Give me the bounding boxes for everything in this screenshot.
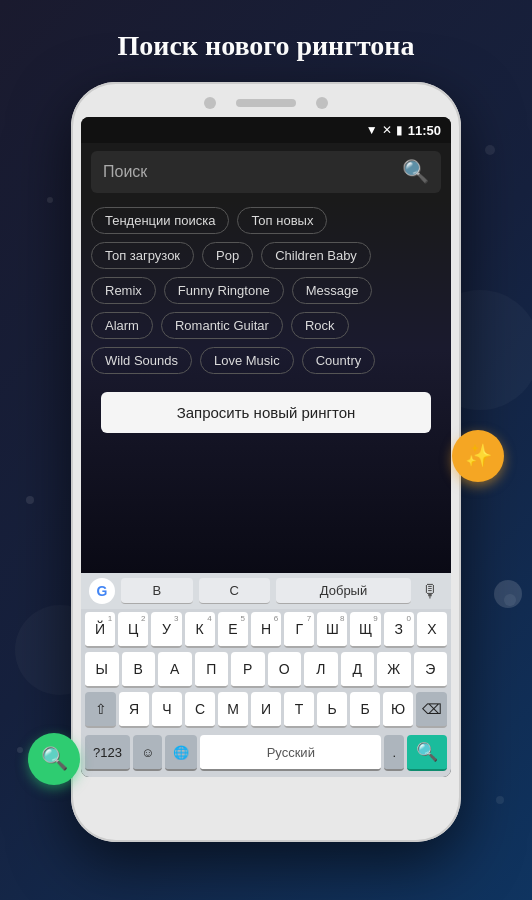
phone-camera — [204, 97, 216, 109]
kb-key-ш[interactable]: 8Ш — [317, 612, 347, 648]
tags-row-5: Wild Sounds Love Music Country — [91, 347, 441, 374]
tag-alarm[interactable]: Alarm — [91, 312, 153, 339]
bottom-search-icon: 🔍 — [41, 746, 68, 772]
status-icons: ▼ ✕ ▮ — [366, 123, 403, 137]
kb-suggestion-2[interactable]: С — [199, 578, 271, 604]
kb-key-п[interactable]: П — [195, 652, 229, 688]
keyboard[interactable]: G В С Добрый 🎙 1Й 2Ц 3У 4К 5Е 6Н 7Г 8Ш 9… — [81, 573, 451, 777]
status-bar: ▼ ✕ ▮ 11:50 — [81, 117, 451, 143]
kb-backspace-key[interactable]: ⌫ — [416, 692, 447, 728]
tags-row-1: Тенденции поиска Топ новых — [91, 207, 441, 234]
kb-suggestion-1[interactable]: В — [121, 578, 193, 604]
kb-key-г[interactable]: 7Г — [284, 612, 314, 648]
kb-key-х[interactable]: Х — [417, 612, 447, 648]
kb-key-и[interactable]: И — [251, 692, 281, 728]
kb-key-к[interactable]: 4К — [185, 612, 215, 648]
svg-point-2 — [26, 496, 34, 504]
kb-bottom-row: ?123 ☺ 🌐 Русский . 🔍 — [81, 731, 451, 777]
kb-key-о[interactable]: О — [268, 652, 302, 688]
signal-icon: ✕ — [382, 123, 392, 137]
tag-tendencies[interactable]: Тенденции поиска — [91, 207, 229, 234]
kb-dot-key[interactable]: . — [384, 735, 404, 771]
request-btn-wrapper: Запросить новый рингтон — [91, 382, 441, 443]
kb-key-л[interactable]: Л — [304, 652, 338, 688]
tag-country[interactable]: Country — [302, 347, 376, 374]
svg-point-1 — [485, 145, 495, 155]
kb-key-д[interactable]: Д — [341, 652, 375, 688]
kb-key-е[interactable]: 5Е — [218, 612, 248, 648]
kb-key-ю[interactable]: Ю — [383, 692, 413, 728]
kb-key-щ[interactable]: 9Щ — [350, 612, 380, 648]
microphone-icon[interactable]: 🎙 — [417, 581, 443, 602]
kb-key-р[interactable]: Р — [231, 652, 265, 688]
kb-key-ж[interactable]: Ж — [377, 652, 411, 688]
tag-wild-sounds[interactable]: Wild Sounds — [91, 347, 192, 374]
kb-key-э[interactable]: Э — [414, 652, 448, 688]
google-logo: G — [89, 578, 115, 604]
kb-key-у[interactable]: 3У — [151, 612, 181, 648]
kb-key-ц[interactable]: 2Ц — [118, 612, 148, 648]
kb-key-а[interactable]: А — [158, 652, 192, 688]
tags-row-4: Alarm Romantic Guitar Rock — [91, 312, 441, 339]
kb-key-ч[interactable]: Ч — [152, 692, 182, 728]
kb-spacebar[interactable]: Русский — [200, 735, 381, 771]
wifi-icon: ▼ — [366, 123, 378, 137]
phone-speaker — [236, 99, 296, 107]
tag-pop[interactable]: Pop — [202, 242, 253, 269]
tags-area: Тенденции поиска Топ новых Топ загрузок … — [81, 201, 451, 573]
tag-funny-ringtone[interactable]: Funny Ringtone — [164, 277, 284, 304]
fab-icon: ✨ — [465, 443, 492, 469]
svg-point-5 — [496, 796, 504, 804]
kb-emoji-key[interactable]: ☺ — [133, 735, 162, 771]
svg-point-0 — [47, 197, 53, 203]
tag-top-new[interactable]: Топ новых — [237, 207, 327, 234]
page-title: Поиск нового рингтона — [118, 30, 415, 62]
bottom-search-button[interactable]: 🔍 — [28, 733, 80, 785]
kb-shift-key[interactable]: ⇧ — [85, 692, 116, 728]
search-bar[interactable]: Поиск 🔍 — [91, 151, 441, 193]
keyboard-suggestions-row: G В С Добрый 🎙 — [81, 573, 451, 609]
status-time: 11:50 — [408, 123, 441, 138]
keyboard-rows: 1Й 2Ц 3У 4К 5Е 6Н 7Г 8Ш 9Щ 0З Х Ы В А — [81, 609, 451, 731]
kb-key-т[interactable]: Т — [284, 692, 314, 728]
battery-icon: ▮ — [396, 123, 403, 137]
search-placeholder: Поиск — [103, 163, 394, 181]
kb-key-б[interactable]: Б — [350, 692, 380, 728]
kb-key-ь[interactable]: Ь — [317, 692, 347, 728]
tag-top-downloads[interactable]: Топ загрузок — [91, 242, 194, 269]
tag-romantic-guitar[interactable]: Romantic Guitar — [161, 312, 283, 339]
kb-num-key[interactable]: ?123 — [85, 735, 130, 771]
tag-rock[interactable]: Rock — [291, 312, 349, 339]
kb-key-м[interactable]: М — [218, 692, 248, 728]
kb-row-3: ⇧ Я Ч С М И Т Ь Б Ю ⌫ — [85, 692, 447, 728]
kb-row-2: Ы В А П Р О Л Д Ж Э — [85, 652, 447, 688]
tags-row-2: Топ загрузок Pop Children Baby — [91, 242, 441, 269]
phone-top-bar — [71, 82, 461, 117]
kb-key-с[interactable]: С — [185, 692, 215, 728]
fab-button[interactable]: ✨ — [452, 430, 504, 482]
svg-point-4 — [17, 747, 23, 753]
phone-sensor — [316, 97, 328, 109]
tags-row-3: Remix Funny Ringtone Message — [91, 277, 441, 304]
decorative-circle — [494, 580, 522, 608]
kb-suggestion-3[interactable]: Добрый — [276, 578, 411, 604]
kb-row-1: 1Й 2Ц 3У 4К 5Е 6Н 7Г 8Ш 9Щ 0З Х — [85, 612, 447, 648]
kb-globe-key[interactable]: 🌐 — [165, 735, 197, 771]
phone-frame: ▼ ✕ ▮ 11:50 Поиск 🔍 Тенденции поиска Топ… — [71, 82, 461, 842]
tag-remix[interactable]: Remix — [91, 277, 156, 304]
kb-key-н[interactable]: 6Н — [251, 612, 281, 648]
kb-key-я[interactable]: Я — [119, 692, 149, 728]
phone-screen: ▼ ✕ ▮ 11:50 Поиск 🔍 Тенденции поиска Топ… — [81, 117, 451, 777]
request-ringtone-button[interactable]: Запросить новый рингтон — [101, 392, 431, 433]
kb-key-з[interactable]: 0З — [384, 612, 414, 648]
tag-message[interactable]: Message — [292, 277, 373, 304]
tag-children-baby[interactable]: Children Baby — [261, 242, 371, 269]
kb-key-й[interactable]: 1Й — [85, 612, 115, 648]
kb-key-ы[interactable]: Ы — [85, 652, 119, 688]
tag-love-music[interactable]: Love Music — [200, 347, 294, 374]
kb-search-button[interactable]: 🔍 — [407, 735, 447, 771]
kb-key-в[interactable]: В — [122, 652, 156, 688]
search-icon[interactable]: 🔍 — [402, 159, 429, 185]
